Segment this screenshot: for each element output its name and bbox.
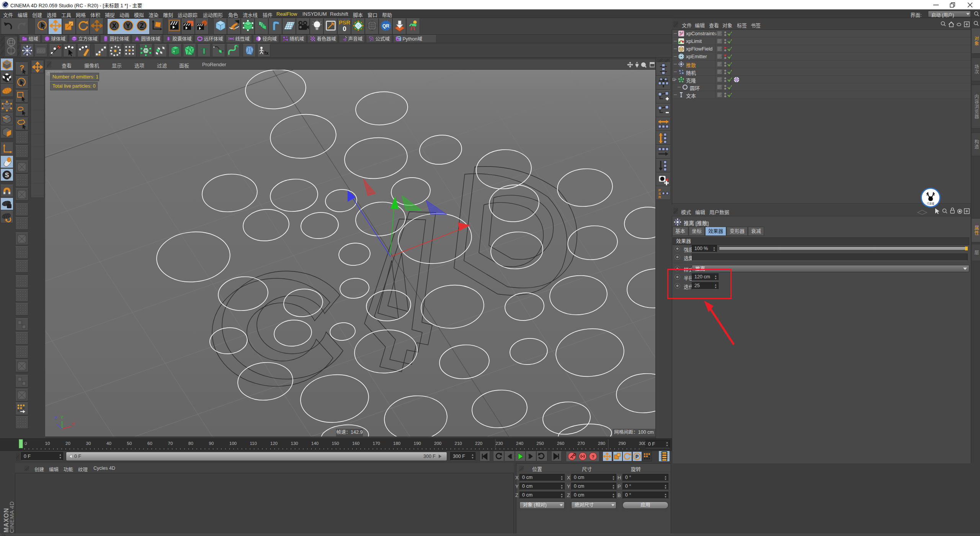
svg-text:R: R: [658, 195, 661, 199]
svg-text:QR: QR: [382, 23, 389, 29]
svg-text:Y: Y: [60, 415, 64, 420]
svg-text:290: 290: [619, 441, 626, 446]
svg-text:P: P: [635, 454, 639, 459]
svg-text:90: 90: [209, 441, 214, 446]
svg-text:120: 120: [270, 441, 278, 446]
svg-text:60: 60: [147, 441, 152, 446]
svg-text:Z: Z: [140, 22, 144, 29]
svg-text:X: X: [112, 22, 117, 29]
svg-text:GEO: GEO: [37, 49, 45, 53]
svg-text:80: 80: [188, 441, 193, 446]
svg-text:240: 240: [516, 441, 523, 446]
svg-text:160: 160: [352, 441, 359, 446]
svg-text:280: 280: [598, 441, 605, 446]
svg-text:T: T: [201, 46, 207, 56]
svg-text:130: 130: [291, 441, 298, 446]
svg-text:270: 270: [578, 441, 585, 446]
svg-text:Y: Y: [126, 22, 131, 29]
svg-text:行走者: 行走者: [927, 202, 934, 205]
svg-text:180: 180: [393, 441, 400, 446]
svg-text:40: 40: [106, 441, 111, 446]
svg-text:?: ?: [592, 454, 595, 459]
svg-text:10: 10: [45, 441, 50, 446]
svg-text:260: 260: [557, 441, 564, 446]
svg-text:110: 110: [250, 441, 257, 446]
svg-text:150: 150: [332, 441, 339, 446]
svg-text:190: 190: [414, 441, 421, 446]
svg-text:140: 140: [311, 441, 318, 446]
svg-text:170: 170: [373, 441, 380, 446]
svg-text:X: X: [72, 422, 75, 426]
svg-text:fx: fx: [264, 50, 269, 56]
svg-text:220: 220: [475, 441, 482, 446]
svg-text:PSR: PSR: [339, 20, 350, 26]
svg-text:20: 20: [65, 441, 70, 446]
svg-text:230: 230: [496, 441, 503, 446]
svg-text:0: 0: [343, 25, 346, 32]
svg-text:30: 30: [86, 441, 91, 446]
svg-text:210: 210: [455, 441, 462, 446]
svg-text:200: 200: [434, 441, 441, 446]
svg-text:S: S: [5, 172, 9, 178]
svg-text:100: 100: [229, 441, 237, 446]
svg-text:70: 70: [168, 441, 173, 446]
svg-text:Z: Z: [54, 416, 57, 420]
svg-text:250: 250: [537, 441, 544, 446]
svg-text:50: 50: [127, 441, 132, 446]
